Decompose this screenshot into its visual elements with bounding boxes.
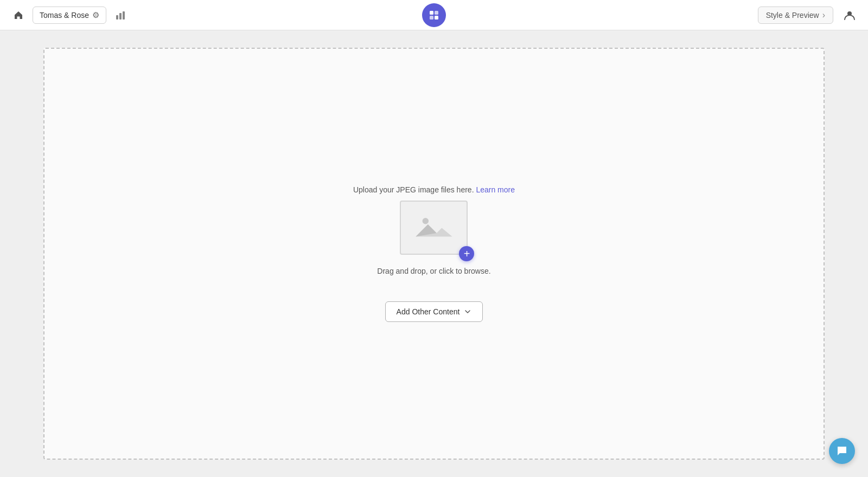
header-right-section: Style & Preview › [758,5,859,25]
style-preview-label: Style & Preview [766,11,819,20]
svg-point-8 [423,217,429,224]
chevron-right-icon: › [822,10,825,20]
workspace-button[interactable]: Tomas & Rose ⚙ [33,7,106,24]
learn-more-link[interactable]: Learn more [476,185,515,194]
user-icon [844,9,856,21]
stats-button[interactable] [111,5,130,25]
drag-drop-text: Drag and drop, or click to browse. [377,267,490,275]
svg-rect-2 [123,11,125,20]
image-placeholder-icon [412,210,456,246]
header-logo [422,3,446,27]
upload-instruction: Upload your JPEG image files here. Learn… [353,185,515,194]
logo-icon [427,9,441,22]
bar-chart-icon [116,10,125,20]
svg-rect-4 [435,11,438,15]
svg-rect-6 [435,16,438,20]
upload-section: Upload your JPEG image files here. Learn… [353,185,515,322]
svg-rect-5 [430,16,433,20]
add-other-content-label: Add Other Content [397,307,460,316]
logo-circle [422,3,446,27]
chat-icon [835,444,848,457]
image-upload-placeholder[interactable]: + [400,201,468,255]
chevron-down-icon [464,308,471,315]
header-left-section: Tomas & Rose ⚙ [9,5,130,25]
canvas-drop-area[interactable]: Upload your JPEG image files here. Learn… [43,48,825,460]
svg-rect-0 [116,15,118,20]
chat-support-button[interactable] [829,438,855,464]
user-account-button[interactable] [840,5,859,25]
home-button[interactable] [9,5,28,25]
home-icon [13,10,24,21]
style-preview-button[interactable]: Style & Preview › [758,7,833,24]
svg-rect-1 [119,13,122,20]
add-other-content-button[interactable]: Add Other Content [385,301,483,322]
upload-plus-button[interactable]: + [459,246,474,261]
main-content-area: Upload your JPEG image files here. Learn… [0,30,868,477]
workspace-label: Tomas & Rose [40,11,89,20]
svg-rect-3 [430,11,433,15]
top-navbar: Tomas & Rose ⚙ Style & Preview [0,0,868,30]
gear-icon: ⚙ [92,10,99,20]
